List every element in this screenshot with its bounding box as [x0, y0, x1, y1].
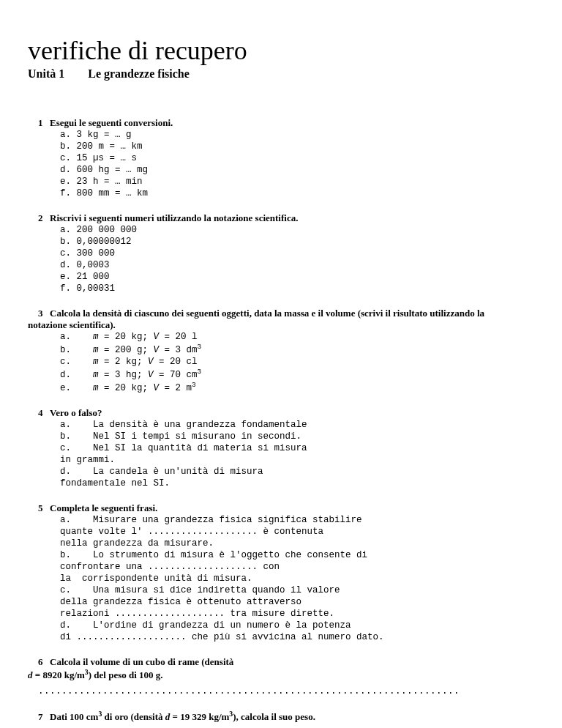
subtitle: Unità 1 Le grandezze fisiche	[28, 67, 534, 81]
question-prompt-line2: notazione scientifica).	[28, 319, 534, 331]
question-5: 5 Completa le seguenti frasi. a. Misurar…	[28, 502, 534, 643]
question-prompt: Dati 100 cm3 di oro (densità d = 19 329 …	[50, 710, 315, 723]
question-prompt: Esegui le seguenti conversioni.	[50, 117, 173, 129]
question-number: 5	[28, 502, 50, 514]
question-prompt-line2: d = 8920 kg/m3) del peso di 100 g.	[28, 668, 534, 681]
question-prompt: Riscrivi i seguenti numeri utilizzando l…	[50, 212, 298, 224]
question-number: 1	[28, 117, 50, 129]
question-number: 4	[28, 407, 50, 419]
question-4: 4 Vero o falso? a. La densità è una gran…	[28, 407, 534, 489]
question-number: 7	[28, 711, 50, 723]
question-body: a. m = 20 kg; V = 20 l b. m = 200 g; V =…	[60, 331, 375, 394]
question-number: 2	[28, 212, 50, 224]
question-prompt-line1: Calcola la densità di ciascuno dei segue…	[50, 308, 484, 319]
question-prompt: Calcola il volume di un cubo di rame (de…	[50, 656, 233, 668]
question-prompt: Vero o falso?	[50, 407, 102, 419]
question-body: a. La densità è una grandezza fondamenta…	[60, 419, 375, 489]
unit-title: Le grandezze fisiche	[88, 67, 190, 80]
question-1: 1 Esegui le seguenti conversioni. a. 3 k…	[28, 117, 534, 199]
question-body: a. 200 000 000 b. 0,00000012 c. 300 000 …	[60, 224, 375, 294]
question-7: 7 Dati 100 cm3 di oro (densità d = 19 32…	[28, 710, 534, 728]
question-6: 6 Calcola il volume di un cubo di rame (…	[28, 656, 534, 696]
question-number: 3	[28, 308, 50, 319]
question-3: 3 Calcola la densità di ciascuno dei seg…	[28, 308, 534, 394]
page-title: verifiche di recupero	[28, 35, 534, 66]
answer-line: ........................................…	[38, 686, 534, 697]
question-2: 2 Riscrivi i seguenti numeri utilizzando…	[28, 212, 534, 294]
question-prompt: Completa le seguenti frasi.	[50, 502, 157, 514]
question-body: a. 3 kg = … g b. 200 m = … km c. 15 µs =…	[60, 129, 375, 199]
question-body: a. Misurare una grandezza fisica signifi…	[60, 514, 528, 643]
unit-label: Unità 1	[28, 67, 64, 80]
question-number: 6	[28, 656, 50, 668]
